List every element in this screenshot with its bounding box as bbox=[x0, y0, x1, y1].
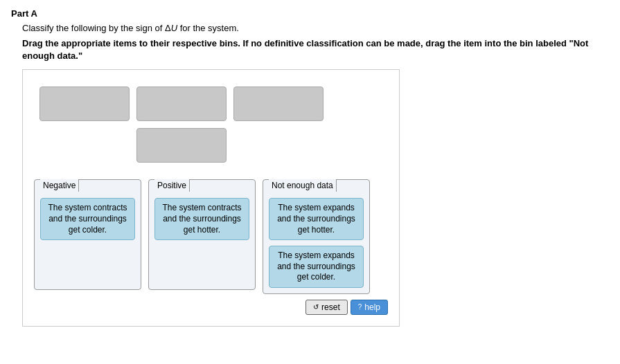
draggable-placeholder-1[interactable] bbox=[39, 87, 130, 121]
draggable-placeholder-3[interactable] bbox=[233, 87, 324, 121]
bin-positive-label: Positive bbox=[154, 179, 190, 192]
reset-icon: ↺ bbox=[313, 303, 319, 311]
bin-positive[interactable]: Positive The system contractsand the sur… bbox=[148, 179, 256, 290]
reset-button[interactable]: ↺ reset bbox=[305, 300, 348, 315]
bin-positive-content: The system contractsand the surroundings… bbox=[154, 198, 249, 240]
card-contracts-hot[interactable]: The system contractsand the surroundings… bbox=[154, 198, 249, 240]
draggable-items-area bbox=[34, 81, 388, 168]
bin-negative-label: Negative bbox=[40, 179, 79, 192]
draggable-placeholder-2[interactable] bbox=[136, 87, 227, 121]
bin-not-enough-data-content: The system expandsand the surroundingsge… bbox=[269, 198, 364, 288]
bin-negative-content: The system contractsand the surroundings… bbox=[40, 198, 135, 240]
help-button[interactable]: ? help bbox=[351, 300, 388, 315]
draggable-placeholder-4[interactable] bbox=[136, 128, 227, 163]
help-icon: ? bbox=[358, 303, 362, 311]
bin-not-enough-data-label: Not enough data bbox=[269, 179, 337, 192]
card-expands-cold[interactable]: The system expandsand the surroundingsge… bbox=[269, 246, 364, 288]
instruction-1: Classify the following by the sign of ΔU… bbox=[22, 23, 609, 33]
instruction-2: Drag the appropriate items to their resp… bbox=[22, 37, 609, 62]
card-expands-hot[interactable]: The system expandsand the surroundingsge… bbox=[269, 198, 364, 240]
footer-buttons: ↺ reset ? help bbox=[34, 300, 388, 315]
bin-negative[interactable]: Negative The system contractsand the sur… bbox=[34, 179, 141, 290]
main-box: Negative The system contractsand the sur… bbox=[22, 69, 400, 327]
bin-not-enough-data[interactable]: Not enough data The system expandsand th… bbox=[263, 179, 370, 294]
help-label: help bbox=[364, 302, 380, 312]
reset-label: reset bbox=[321, 302, 340, 312]
part-label: Part A bbox=[11, 8, 609, 19]
delta-symbol: ΔU bbox=[165, 23, 177, 33]
bins-row: Negative The system contractsand the sur… bbox=[34, 179, 388, 294]
page-container: Part A Classify the following by the sig… bbox=[0, 0, 620, 335]
card-contracts-cold[interactable]: The system contractsand the surroundings… bbox=[40, 198, 135, 240]
